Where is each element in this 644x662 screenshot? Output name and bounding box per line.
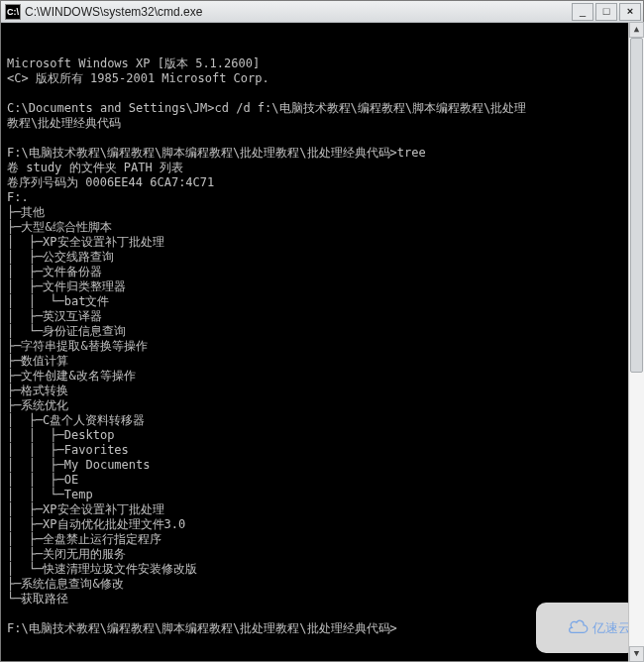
cmd-window: C:\ C:\WINDOWS\system32\cmd.exe _ □ × Mi… xyxy=(0,0,644,662)
minimize-button[interactable]: _ xyxy=(572,3,593,21)
terminal-text: Microsoft Windows XP [版本 5.1.2600] <C> 版… xyxy=(7,56,641,636)
window-controls: _ □ × xyxy=(572,3,641,21)
scrollbar-track[interactable] xyxy=(629,38,644,646)
watermark-text: 亿速云 xyxy=(592,620,631,635)
titlebar[interactable]: C:\ C:\WINDOWS\system32\cmd.exe _ □ × xyxy=(1,1,643,23)
scroll-down-button[interactable]: ▼ xyxy=(629,646,644,662)
watermark: 亿速云 xyxy=(536,603,637,653)
window-title: C:\WINDOWS\system32\cmd.exe xyxy=(25,5,572,19)
scroll-up-button[interactable]: ▲ xyxy=(629,22,644,38)
vertical-scrollbar[interactable]: ▲ ▼ xyxy=(628,22,644,662)
cloud-icon xyxy=(540,605,589,651)
app-icon: C:\ xyxy=(5,4,21,20)
scrollbar-thumb[interactable] xyxy=(630,38,643,373)
terminal-output[interactable]: Microsoft Windows XP [版本 5.1.2600] <C> 版… xyxy=(1,23,643,661)
maximize-button[interactable]: □ xyxy=(595,3,617,21)
close-button[interactable]: × xyxy=(619,3,641,21)
